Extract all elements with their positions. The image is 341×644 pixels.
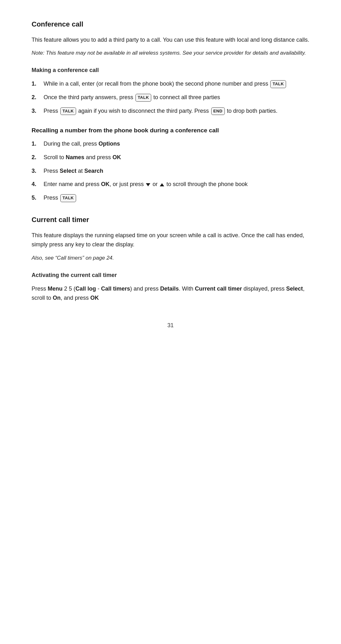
recalling-step-number-4: 4. [32,180,44,189]
details-label: Details [160,286,179,292]
search-label: Search [84,168,103,174]
activating-paragraph: Press Menu 2 5 (Call log - Call timers) … [32,284,309,303]
current-call-timer-intro: This feature displays the running elapse… [32,231,309,249]
recalling-step-number-2: 2. [32,153,44,162]
menu-label: Menu [48,286,63,292]
making-conference-call-title: Making a conference call [32,66,309,75]
activating-title: Activating the current call timer [32,271,309,280]
arrow-down-icon [146,183,150,186]
ok-label-3: OK [90,295,99,301]
making-step-2: 2. Once the third party answers, press T… [32,93,309,102]
end-badge-1: END [211,107,225,115]
conference-call-title: Conference call [32,19,309,30]
step-1-content: While in a call, enter (or recall from t… [44,79,309,88]
ok-label-1: OK [112,154,121,160]
recalling-step-2-content: Scroll to Names and press OK [44,153,309,162]
conference-call-section: Conference call This feature allows you … [32,19,309,202]
also-see-text: Also, see “Call timers” on page 24. [32,254,309,262]
step-number-3: 3. [32,106,44,116]
conference-call-note: Note: This feature may not be available … [32,49,309,57]
recalling-title: Recalling a number from the phone book d… [32,126,309,135]
talk-badge-3: TALK [60,107,76,115]
recalling-steps-list: 1. During the call, press Options 2. Scr… [32,139,309,202]
select-label-2: Select [286,286,303,292]
recalling-step-number-1: 1. [32,139,44,148]
recalling-step-number-5: 5. [32,193,44,202]
recalling-step-2: 2. Scroll to Names and press OK [32,153,309,162]
recalling-step-1: 1. During the call, press Options [32,139,309,148]
step-number-1: 1. [32,79,44,88]
recalling-step-5-content: Press TALK [44,193,309,202]
making-step-1: 1. While in a call, enter (or recall fro… [32,79,309,88]
names-label: Names [66,154,84,160]
arrow-up-icon [160,183,164,186]
making-step-3: 3. Press TALK again if you wish to disco… [32,106,309,116]
current-call-timer-section: Current call timer This feature displays… [32,214,309,302]
recalling-step-4: 4. Enter name and press OK, or just pres… [32,180,309,189]
on-label: On [53,295,61,301]
step-3-content: Press TALK again if you wish to disconne… [44,106,309,116]
page-number: 31 [32,321,309,330]
current-call-timer-title: Current call timer [32,214,309,225]
talk-badge-2: TALK [135,94,151,102]
call-log-label: Call log [75,286,96,292]
recalling-step-5: 5. Press TALK [32,193,309,202]
call-timers-label: Call timers [101,286,130,292]
options-label: Options [99,141,120,147]
talk-badge-4: TALK [60,194,76,202]
making-steps-list: 1. While in a call, enter (or recall fro… [32,79,309,115]
recalling-step-1-content: During the call, press Options [44,139,309,148]
talk-badge-1: TALK [270,80,286,88]
select-label-1: Select [60,168,76,174]
step-number-2: 2. [32,93,44,102]
step-2-content: Once the third party answers, press TALK… [44,93,309,102]
recalling-step-3-content: Press Select at Search [44,166,309,176]
recalling-step-number-3: 3. [32,166,44,176]
recalling-step-3: 3. Press Select at Search [32,166,309,176]
current-call-timer-label: Current call timer [195,286,242,292]
recalling-step-4-content: Enter name and press OK, or just press o… [44,180,309,189]
ok-label-2: OK [101,181,110,187]
conference-call-intro: This feature allows you to add a third p… [32,35,309,45]
